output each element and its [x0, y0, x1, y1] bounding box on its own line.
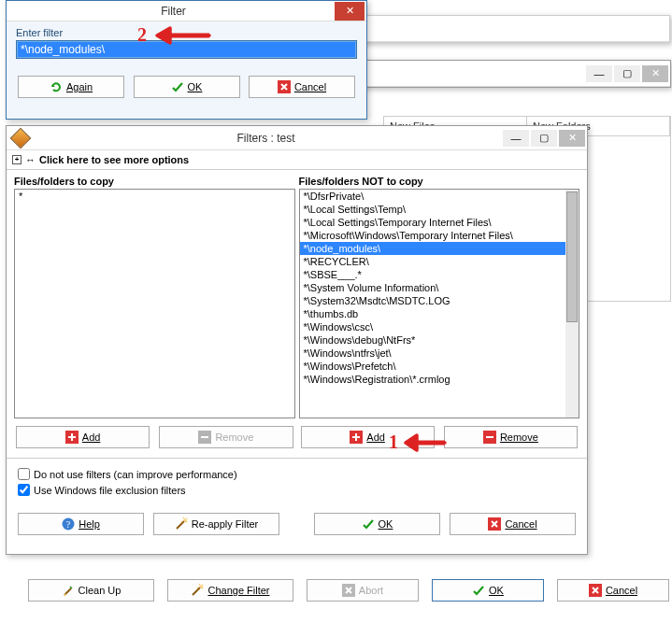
right-add-button[interactable]: Add — [301, 426, 435, 448]
filters-minimize-button[interactable]: — — [503, 130, 529, 147]
close-button[interactable]: ✕ — [642, 65, 668, 82]
enter-filter-dialog: Filter ✕ Enter filter Again OK Cancel — [6, 0, 367, 120]
scrollbar[interactable] — [565, 190, 579, 418]
no-filters-label: Do not use filters (can improve performa… — [34, 469, 237, 480]
test-window-title: st — [334, 67, 586, 80]
list-item[interactable]: *\DfsrPrivate\ — [300, 190, 579, 203]
bottom-cancel-button[interactable]: Cancel — [557, 579, 669, 602]
list-item[interactable]: *\Windows\Prefetch\ — [300, 360, 579, 373]
right-remove-label: Remove — [500, 432, 538, 443]
cleanup-label: Clean Up — [79, 585, 122, 596]
minimize-button[interactable]: — — [586, 65, 612, 82]
right-add-label: Add — [366, 432, 385, 443]
enter-filter-close-button[interactable]: ✕ — [335, 2, 365, 21]
filters-maximize-button[interactable]: ▢ — [531, 130, 557, 147]
filters-cancel-label: Cancel — [505, 518, 536, 530]
abort-label: Abort — [359, 585, 383, 596]
left-add-button[interactable]: Add — [16, 426, 150, 448]
list-item[interactable]: *\Windows\csc\ — [300, 320, 579, 333]
win-exclusion-label: Use Windows file exclusion filters — [34, 485, 186, 496]
reapply-label: Re-apply Filter — [192, 518, 259, 530]
maximize-button[interactable]: ▢ — [614, 65, 640, 82]
list-item[interactable]: *\System Volume Information\ — [300, 281, 579, 294]
filter-input[interactable] — [16, 40, 357, 59]
filters-close-button[interactable]: ✕ — [559, 130, 585, 147]
list-item[interactable]: *\Windows\debug\NtFrs* — [300, 333, 579, 347]
enter-filter-label: Enter filter — [16, 27, 357, 38]
app-icon — [10, 127, 32, 149]
left-remove-button[interactable]: Remove — [159, 426, 293, 448]
list-item[interactable]: *\Windows\ntfrs\jet\ — [300, 347, 579, 360]
check-icon — [362, 517, 375, 531]
list-item[interactable]: *\Local Settings\Temp\ — [300, 203, 579, 216]
more-options-bar[interactable]: + ↔ Click here to see more options — [7, 150, 587, 170]
list-item[interactable]: *\SBSE___.* — [300, 268, 579, 281]
copy-listbox[interactable]: * — [14, 189, 295, 418]
bottom-ok-label: OK — [489, 585, 504, 596]
filters-ok-button[interactable]: OK — [314, 513, 440, 535]
help-icon — [62, 517, 75, 531]
list-item[interactable]: * — [15, 190, 294, 203]
win-exclusion-checkbox[interactable]: Use Windows file exclusion filters — [18, 482, 576, 498]
minus-icon — [198, 431, 211, 444]
enter-cancel-button[interactable]: Cancel — [249, 76, 355, 98]
filters-cancel-button[interactable]: Cancel — [450, 513, 576, 535]
list-item[interactable]: *\Local Settings\Temporary Internet File… — [300, 216, 579, 229]
again-label: Again — [66, 81, 93, 92]
enter-cancel-label: Cancel — [294, 81, 326, 92]
check-icon — [472, 584, 485, 597]
list-item[interactable]: *\node_modules\ — [300, 242, 579, 255]
changefilter-button[interactable]: Change Filter — [167, 579, 293, 602]
expand-icon: + — [12, 155, 21, 164]
minus-icon — [483, 431, 496, 444]
wand-icon — [191, 584, 204, 597]
again-button[interactable]: Again — [18, 76, 124, 98]
arrow-indicator-icon: ↔ — [25, 154, 36, 165]
bottom-cancel-label: Cancel — [606, 585, 637, 596]
help-label: Help — [79, 518, 100, 530]
abort-button[interactable]: Abort — [307, 579, 419, 602]
wand-icon — [175, 517, 188, 531]
enter-ok-label: OK — [188, 81, 203, 92]
plus-icon — [65, 431, 79, 444]
enter-ok-button[interactable]: OK — [134, 76, 240, 98]
enter-filter-title: Filter — [12, 5, 335, 18]
filters-ok-label: OK — [379, 518, 393, 530]
list-item[interactable]: *\RECYCLER\ — [300, 255, 579, 268]
help-button[interactable]: Help — [18, 513, 144, 535]
x-icon — [278, 80, 291, 93]
filters-title: Filters : test — [29, 132, 503, 145]
right-remove-button[interactable]: Remove — [444, 426, 578, 448]
bottom-ok-button[interactable]: OK — [432, 579, 544, 602]
bottom-toolbar: Clean Up Change Filter Abort OK Cancel — [28, 579, 669, 602]
x-icon — [589, 584, 602, 597]
broom-icon — [62, 584, 75, 597]
list-item[interactable]: *\thumbs.db — [300, 307, 579, 320]
cleanup-button[interactable]: Clean Up — [28, 579, 154, 602]
left-remove-label: Remove — [215, 432, 253, 443]
reload-icon — [50, 80, 63, 93]
scrollbar-thumb[interactable] — [566, 191, 578, 322]
list-item[interactable]: *\Microsoft\Windows\Temporary Internet F… — [300, 229, 579, 242]
notcopy-header: Files/folders NOT to copy — [299, 174, 580, 189]
copy-header: Files/folders to copy — [14, 174, 295, 189]
list-item[interactable]: *\Windows\Registration\*.crmlog — [300, 373, 579, 386]
check-icon — [171, 80, 184, 93]
filters-window: Filters : test — ▢ ✕ + ↔ Click here to s… — [6, 125, 588, 555]
more-options-label: Click here to see more options — [39, 154, 189, 165]
x-icon — [342, 584, 355, 597]
reapply-button[interactable]: Re-apply Filter — [153, 513, 279, 535]
left-add-label: Add — [82, 432, 101, 443]
list-item[interactable]: *\System32\Msdtc\MSDTC.LOG — [300, 294, 579, 307]
notcopy-listbox[interactable]: *\DfsrPrivate\*\Local Settings\Temp\*\Lo… — [299, 189, 580, 418]
changefilter-label: Change Filter — [207, 585, 269, 596]
plus-icon — [350, 431, 363, 444]
no-filters-checkbox[interactable]: Do not use filters (can improve performa… — [18, 466, 576, 482]
x-icon — [488, 517, 501, 531]
